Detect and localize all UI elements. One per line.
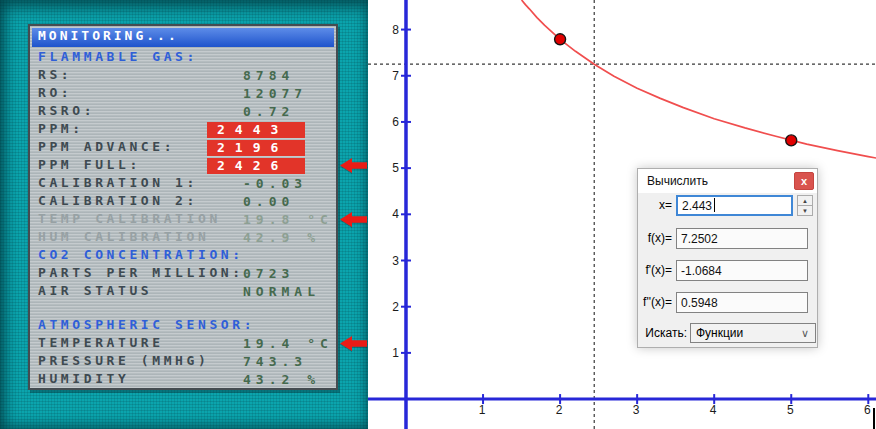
fprime-output[interactable] (676, 260, 808, 281)
x-input[interactable] (676, 195, 793, 216)
lcd-row-blank (30, 301, 336, 317)
lcd-row-section: FLAMMABLE GAS: (30, 49, 336, 67)
dialog-title: Вычислить (647, 174, 708, 188)
calculate-dialog: Вычислить x x= ▲ ▼ f(x)= f'(x)= f''(x)= … (637, 168, 818, 348)
lcd-row-value: 0.72 (207, 104, 305, 120)
monitoring-rows: FLAMMABLE GAS:RS:8784RO:12077RSRO:0.72PP… (30, 49, 336, 389)
monitoring-panel-title: MONITORING... (32, 28, 334, 47)
lcd-row-dim: HUM CALIBRATION42.9 % (30, 229, 336, 247)
lcd-row-section: ATMOSPHERIC SENSOR: (30, 317, 336, 335)
lcd-row-normal: PARTS PER MILLION:0723 (30, 265, 336, 283)
lcd-row-value: 2196 (207, 140, 305, 156)
alert-arrow-icon (340, 336, 367, 351)
x-axis-tick-label: 2 (556, 403, 563, 417)
lcd-row-label: CO2 CONCENTRATION: (38, 247, 244, 262)
lcd-row-normal: PRESSURE (MMHG)743.3 (30, 353, 336, 371)
lcd-row-value: 0.00 (207, 194, 305, 210)
lcd-row-label: PPM: (38, 121, 84, 136)
lcd-row-alert: PPM:2443 (30, 121, 336, 139)
x-spinner: ▲ ▼ (797, 195, 813, 216)
spinner-up-icon: ▲ (802, 198, 808, 204)
lcd-row-value: 743.3 (207, 354, 305, 370)
search-mode-select[interactable]: Функции ∨ (690, 323, 816, 343)
lcd-row-alert: PPM FULL:2426 (30, 157, 336, 175)
lcd-row-value: 2426 (207, 158, 305, 174)
dialog-titlebar[interactable]: Вычислить x (638, 169, 817, 193)
spinner-up-button[interactable]: ▲ (797, 195, 813, 205)
y-axis-tick-label: 5 (392, 161, 399, 175)
lcd-row-label: HUM CALIBRATION (38, 229, 209, 244)
lcd-row-value: 2443 (207, 122, 305, 138)
y-axis-tick-label: 7 (392, 69, 399, 83)
x-axis-tick-label: 1 (479, 403, 486, 417)
fx-field-label: f(x)= (638, 228, 672, 248)
lcd-row-normal: RS:8784 (30, 67, 336, 85)
lcd-row-normal: AIR STATUSNORMAL (30, 283, 336, 301)
y-axis-tick-label: 8 (392, 23, 399, 37)
fdoubleprime-output[interactable] (676, 292, 808, 313)
lcd-row-label: TEMPERATURE (38, 335, 164, 350)
search-mode-label: Искать: (638, 323, 687, 343)
lcd-row-value: -0.03 (207, 176, 305, 192)
caret-mark (873, 408, 875, 429)
lcd-row-label: ATMOSPHERIC SENSOR: (38, 317, 255, 332)
spinner-down-icon: ▼ (802, 208, 808, 214)
lcd-row-label: FLAMMABLE GAS: (38, 49, 198, 64)
fx-output[interactable] (676, 228, 808, 249)
fdoubleprime-field-label: f''(x)= (638, 292, 672, 312)
lcd-row-normal: RO:12077 (30, 85, 336, 103)
lcd-row-label: PPM FULL: (38, 157, 141, 172)
lcd-row-normal: CALIBRATION 2:0.00 (30, 193, 336, 211)
lcd-row-label: AIR STATUS (38, 283, 152, 298)
monitoring-panel: MONITORING... FLAMMABLE GAS:RS:8784RO:12… (28, 24, 338, 390)
lcd-row-dim: TEMP CALIBRATION19.8 °C (30, 211, 336, 229)
lcd-row-value: 43.2 % (207, 372, 305, 388)
y-axis-tick-label: 3 (392, 254, 399, 268)
fprime-field-label: f'(x)= (638, 260, 672, 280)
lcd-row-value: 19.4 °C (207, 336, 305, 352)
lcd-row-label: CALIBRATION 1: (38, 175, 198, 190)
lcd-row-normal: HUMIDITY43.2 % (30, 371, 336, 389)
lcd-row-label: PPM ADVANCE: (38, 139, 175, 154)
y-axis-tick-label: 6 (392, 115, 399, 129)
x-axis-tick-label: 5 (787, 403, 794, 417)
lcd-row-normal: RSRO:0.72 (30, 103, 336, 121)
lcd-row-label: HUMIDITY (38, 371, 129, 386)
lcd-row-value: 12077 (207, 86, 305, 102)
lcd-row-value: 0723 (207, 266, 305, 282)
x-axis-tick-label: 6 (864, 403, 871, 417)
lcd-row-label: TEMP CALIBRATION (38, 211, 221, 226)
dialog-close-button[interactable]: x (794, 172, 814, 190)
function-curve (522, 0, 876, 159)
lcd-row-label: PRESSURE (MMHG) (38, 353, 209, 368)
screenshot-root: MONITORING... FLAMMABLE GAS:RS:8784RO:12… (0, 0, 876, 429)
alert-arrow-icon (340, 212, 367, 227)
graph-panel: 12345612345678 Вычислить x x= ▲ ▼ f(x)= … (368, 0, 876, 429)
text-caret (714, 198, 715, 212)
curve-point[interactable] (786, 135, 797, 146)
lcd-row-normal: TEMPERATURE19.4 °C (30, 335, 336, 353)
lcd-photo: MONITORING... FLAMMABLE GAS:RS:8784RO:12… (0, 0, 368, 429)
alert-arrow-icon (340, 158, 367, 173)
x-axis-tick-label: 4 (710, 403, 717, 417)
lcd-row-label: RO: (38, 85, 72, 100)
chevron-down-icon: ∨ (801, 324, 809, 342)
search-mode-value: Функции (696, 326, 743, 340)
lcd-row-label: RS: (38, 67, 72, 82)
lcd-row-label: CALIBRATION 2: (38, 193, 198, 208)
curve-point[interactable] (555, 34, 566, 45)
lcd-row-value: 8784 (207, 68, 305, 84)
x-field-label: x= (638, 195, 672, 215)
spinner-down-button[interactable]: ▼ (797, 205, 813, 216)
lcd-row-value: 19.8 °C (207, 212, 305, 228)
y-axis-tick-label: 1 (392, 346, 399, 360)
close-icon: x (801, 175, 807, 187)
lcd-row-value: NORMAL (207, 284, 305, 300)
lcd-row-section: CO2 CONCENTRATION: (30, 247, 336, 265)
x-axis-tick-label: 3 (633, 403, 640, 417)
y-axis-tick-label: 2 (392, 300, 399, 314)
lcd-row-alert: PPM ADVANCE:2196 (30, 139, 336, 157)
lcd-row-label: RSRO: (38, 103, 95, 118)
y-axis-tick-label: 4 (392, 207, 399, 221)
lcd-row-normal: CALIBRATION 1:-0.03 (30, 175, 336, 193)
